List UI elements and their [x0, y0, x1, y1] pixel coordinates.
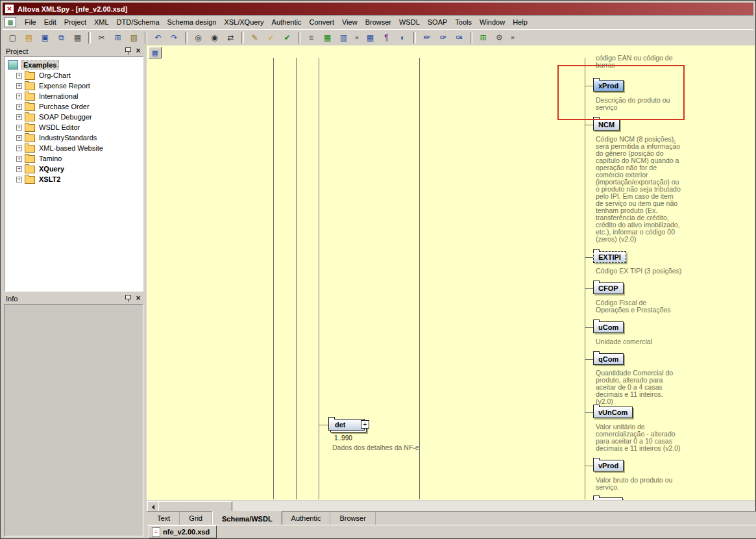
- menu-wsdl[interactable]: WSDL: [395, 16, 424, 28]
- expand-icon[interactable]: +: [16, 125, 22, 131]
- find-icon[interactable]: ◎: [191, 31, 206, 45]
- tab-browser[interactable]: Browser: [330, 512, 375, 525]
- expand-icon[interactable]: +: [16, 177, 22, 182]
- redo-icon[interactable]: ↷: [167, 31, 182, 45]
- tab-grid[interactable]: Grid: [180, 512, 212, 525]
- table-view-icon[interactable]: ▦: [363, 31, 378, 45]
- close-icon[interactable]: ×: [134, 47, 143, 55]
- text-view-icon[interactable]: ≡: [304, 31, 319, 45]
- toolbar-separator: [241, 32, 244, 44]
- tab-authentic[interactable]: Authentic: [282, 512, 331, 525]
- tree-item-industrystandards[interactable]: + IndustryStandards: [5, 132, 143, 143]
- connector-stub: [585, 257, 593, 258]
- connector-stub: [585, 327, 593, 328]
- menu-window[interactable]: Window: [476, 16, 509, 28]
- menu-file[interactable]: File: [21, 16, 40, 28]
- menu-help[interactable]: Help: [509, 16, 531, 28]
- menu-convert[interactable]: Convert: [305, 16, 338, 28]
- horizontal-scrollbar[interactable]: [147, 500, 755, 512]
- save-file-icon[interactable]: ▣: [38, 31, 53, 45]
- cp-toggle-icon[interactable]: CP: [435, 31, 450, 45]
- add-element-icon[interactable]: ⊞: [476, 31, 491, 45]
- expand-icon[interactable]: +: [16, 94, 22, 99]
- annotation-extipi: Código EX TIPI (3 posições): [596, 268, 681, 275]
- tree-item-xslt2[interactable]: + XSLT2: [5, 174, 143, 184]
- menu-dtd-schema[interactable]: DTD/Schema: [113, 16, 164, 28]
- menu-soap[interactable]: SOAP: [424, 16, 452, 28]
- menu-browser[interactable]: Browser: [361, 16, 395, 28]
- tree-item-wsdl-editor[interactable]: + WSDL Editor: [5, 122, 143, 132]
- document-tab-bar: ≡ nfe_v2.00.xsd: [147, 525, 756, 538]
- annotation-det: Dados dos detalhes da NF-e: [332, 444, 419, 451]
- menu-edit[interactable]: Edit: [40, 16, 60, 28]
- save-all-icon[interactable]: ⧉: [54, 31, 69, 45]
- element-box-xprod[interactable]: xProd: [593, 80, 624, 92]
- annotation-ucom: Unidade comercial: [596, 338, 652, 345]
- menu-tools[interactable]: Tools: [451, 16, 476, 28]
- tree-item-xquery[interactable]: + XQuery: [5, 164, 143, 174]
- toolbar-overflow-icon[interactable]: »: [508, 31, 517, 45]
- print-icon[interactable]: ▦: [70, 31, 85, 45]
- menu-xsl-xquery[interactable]: XSL/XQuery: [220, 16, 267, 28]
- tab-schema-wsdl[interactable]: Schema/WSDL: [212, 511, 282, 525]
- tree-item-purchase-order[interactable]: + Purchase Order: [5, 101, 143, 112]
- expand-children-icon[interactable]: +: [361, 420, 369, 429]
- expand-icon[interactable]: +: [16, 73, 22, 79]
- cut-icon[interactable]: ✂: [94, 31, 109, 45]
- settings-icon[interactable]: ⚙: [492, 31, 507, 45]
- element-box-extipi[interactable]: EXTIPI: [593, 251, 626, 263]
- tree-item-expense-report[interactable]: + Expense Report: [5, 81, 143, 91]
- element-box-vprod[interactable]: vProd: [593, 460, 624, 471]
- folder-icon: [25, 114, 35, 121]
- expand-icon[interactable]: +: [16, 156, 22, 162]
- check-wellformed-icon[interactable]: ✓: [263, 31, 278, 45]
- tree-item-soap-debugger[interactable]: + SOAP Debugger: [5, 112, 143, 122]
- expand-icon[interactable]: +: [16, 114, 22, 120]
- element-box-ucom[interactable]: uCom: [593, 321, 624, 333]
- tree-item-org-chart[interactable]: + Org-Chart: [5, 70, 143, 81]
- expand-icon[interactable]: +: [16, 166, 22, 172]
- menu-authentic[interactable]: Authentic: [268, 16, 306, 28]
- open-file-icon[interactable]: ▤: [21, 31, 36, 45]
- expand-icon[interactable]: +: [16, 145, 22, 151]
- menu-project[interactable]: Project: [60, 16, 90, 28]
- find-next-icon[interactable]: ◉: [207, 31, 222, 45]
- new-file-icon[interactable]: ▢: [5, 31, 20, 45]
- paste-icon[interactable]: ▧: [127, 31, 141, 45]
- element-box-vuncom[interactable]: vUnCom: [593, 407, 633, 418]
- element-box-det[interactable]: det +: [328, 419, 365, 431]
- menu-schema-design[interactable]: Schema design: [164, 16, 221, 28]
- expand-icon[interactable]: +: [16, 135, 22, 141]
- element-box-cfop[interactable]: CFOP: [593, 282, 624, 294]
- schema-view-icon[interactable]: ▥: [336, 31, 351, 45]
- copy-icon[interactable]: ⊞: [110, 31, 125, 45]
- menu-view[interactable]: View: [338, 16, 361, 28]
- element-box-ncm[interactable]: NCM: [593, 119, 620, 131]
- undo-icon[interactable]: ↶: [151, 31, 165, 45]
- toolbar-overflow-icon[interactable]: »: [352, 31, 361, 45]
- replace-icon[interactable]: ⇄: [223, 31, 238, 45]
- pin-icon[interactable]: [123, 294, 132, 303]
- validate-icon[interactable]: ✔: [280, 31, 295, 45]
- close-icon[interactable]: ×: [134, 294, 143, 303]
- document-tab[interactable]: ≡ nfe_v2.00.xsd: [149, 525, 217, 538]
- tree-item-international[interactable]: + International: [5, 91, 143, 101]
- partial-element-box[interactable]: [593, 497, 623, 500]
- tab-text[interactable]: Text: [148, 512, 180, 525]
- expand-icon[interactable]: +: [16, 104, 22, 110]
- cb-toggle-icon[interactable]: CB: [452, 31, 467, 45]
- rp-toggle-icon[interactable]: RP: [419, 31, 434, 45]
- menu-xml[interactable]: XML: [90, 16, 113, 28]
- pencil-edit-icon[interactable]: ✎: [247, 31, 262, 45]
- element-box-qcom[interactable]: qCom: [593, 353, 624, 365]
- grid-view-icon[interactable]: ▦: [320, 31, 335, 45]
- display-all-globals-button[interactable]: ▦: [149, 47, 162, 58]
- pin-icon[interactable]: [123, 47, 132, 55]
- tree-item-xml-based-website[interactable]: + XML-based Website: [5, 143, 143, 153]
- tree-root-examples[interactable]: Examples: [5, 60, 143, 70]
- document-window-icon[interactable]: ▦: [5, 17, 16, 27]
- browser-view-icon[interactable]: ◐: [395, 31, 410, 45]
- tree-item-tamino[interactable]: + Tamino: [5, 153, 143, 164]
- authentic-view-icon[interactable]: ¶: [379, 31, 394, 45]
- expand-icon[interactable]: +: [16, 83, 22, 89]
